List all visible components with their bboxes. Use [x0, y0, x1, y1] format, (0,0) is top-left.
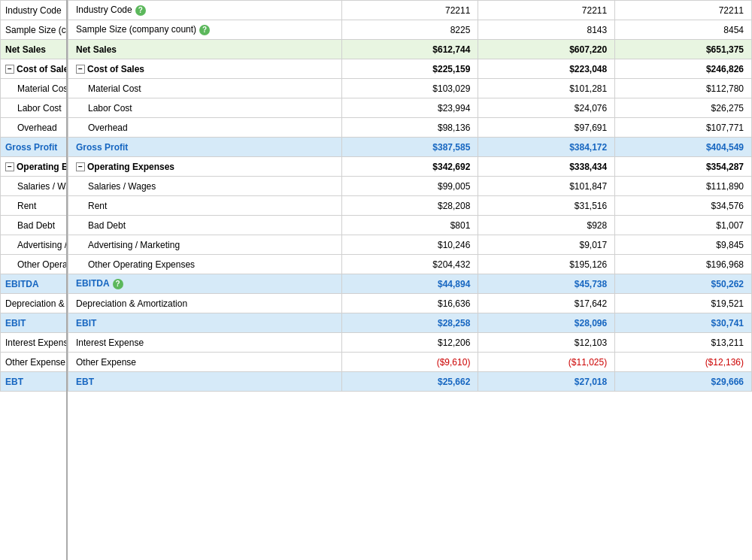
- row-label-text: EBT: [76, 377, 94, 387]
- row-label-salaries: Salaries / Wages: [68, 177, 342, 196]
- question-mark-icon[interactable]: ?: [135, 5, 146, 16]
- row-label-text: Advertising / Marketing: [88, 240, 180, 250]
- left-cell-advertising: Advertising / Marketing: [1, 235, 68, 255]
- left-cell-salaries: Salaries / Wages: [1, 177, 68, 196]
- value-cell-col2-ebit: $28,096: [478, 313, 615, 333]
- value-cell-col3-operating-expenses: $354,287: [615, 157, 752, 177]
- table-row: Labor Cost$23,994$24,076$26,275: [68, 98, 752, 118]
- left-table: Industry CodeSample Size (company count)…: [0, 0, 68, 392]
- table-row: Advertising / Marketing$10,246$9,017$9,8…: [68, 235, 752, 255]
- value-cell-col3-labor-cost: $26,275: [615, 98, 752, 118]
- row-label-labor-cost: Labor Cost: [68, 98, 342, 118]
- left-label: EBIT: [5, 318, 26, 328]
- value-cell-col1-dep-amort: $16,636: [341, 294, 478, 313]
- value-cell-col1-net-sales: $612,744: [341, 40, 478, 59]
- row-label-interest-expense: Interest Expense: [68, 333, 342, 353]
- row-label-text: Overhead: [88, 123, 128, 133]
- value-cell-col3-advertising: $9,845: [615, 235, 752, 255]
- row-label-text: Net Sales: [76, 44, 117, 55]
- value-cell-col3-industry-code: 72211: [615, 1, 752, 20]
- left-label: Rent: [17, 201, 36, 211]
- table-row: Overhead$98,136$97,691$107,771: [68, 118, 752, 138]
- table-row: Other Expense: [1, 353, 68, 372]
- value-cell-col1-other-expense: ($9,610): [341, 353, 478, 372]
- value-cell-col3-salaries: $111,890: [615, 177, 752, 196]
- value-cell-col3-other-operating: $196,968: [615, 255, 752, 274]
- table-row: EBT$25,662$27,018$29,666: [68, 372, 752, 392]
- row-label-net-sales: Net Sales: [68, 40, 342, 59]
- table-row: EBITDA?$44,894$45,738$50,262: [68, 274, 752, 294]
- value-cell-col2-ebitda: $45,738: [478, 274, 615, 294]
- table-row: EBIT: [1, 313, 68, 333]
- row-label-overhead: Overhead: [68, 118, 342, 138]
- left-cell-overhead: Overhead: [1, 118, 68, 138]
- table-row: Depreciation & Amortization$16,636$17,64…: [68, 294, 752, 313]
- left-label: Interest Expense: [5, 338, 68, 348]
- table-row: Salaries / Wages$99,005$101,847$111,890: [68, 177, 752, 196]
- value-cell-col2-other-expense: ($11,025): [478, 353, 615, 372]
- value-cell-col3-rent: $34,576: [615, 196, 752, 216]
- table-row: Other Operating Expenses$204,432$195,126…: [68, 255, 752, 274]
- left-cell-other-operating: Other Operating Expenses: [1, 255, 68, 274]
- row-label-text: Other Expense: [76, 357, 136, 368]
- main-wrapper: Industry CodeSample Size (company count)…: [0, 0, 752, 560]
- left-cell-operating-expenses: −Operating Expenses: [1, 157, 68, 177]
- left-cell-other-expense: Other Expense: [1, 353, 68, 372]
- table-row: Rent: [1, 196, 68, 216]
- value-cell-col2-industry-code: 72211: [478, 1, 615, 20]
- table-row: Sample Size (company count): [1, 20, 68, 40]
- table-row: Gross Profit: [1, 138, 68, 157]
- table-row: Rent$28,208$31,516$34,576: [68, 196, 752, 216]
- value-cell-col1-operating-expenses: $342,692: [341, 157, 478, 177]
- collapse-icon[interactable]: −: [5, 162, 14, 171]
- collapse-icon-right[interactable]: −: [76, 65, 85, 74]
- value-cell-col1-ebit: $28,258: [341, 313, 478, 333]
- value-cell-col3-interest-expense: $13,211: [615, 333, 752, 353]
- left-cell-dep-amort: Depreciation & Amortization: [1, 294, 68, 313]
- left-cell-cost-of-sales: −Cost of Sales: [1, 59, 68, 79]
- value-cell-col3-bad-debt: $1,007: [615, 216, 752, 235]
- left-label: Other Operating Expenses: [17, 259, 68, 270]
- row-label-ebt: EBT: [68, 372, 342, 392]
- table-row: Bad Debt$801$928$1,007: [68, 216, 752, 235]
- row-label-other-operating: Other Operating Expenses: [68, 255, 342, 274]
- value-cell-col3-overhead: $107,771: [615, 118, 752, 138]
- right-table: Industry Code?722117221172211Sample Size…: [68, 0, 752, 392]
- table-row: −Operating Expenses: [1, 157, 68, 177]
- row-label-text: Other Operating Expenses: [88, 259, 195, 270]
- table-row: Net Sales$612,744$607,220$651,375: [68, 40, 752, 59]
- left-label: Sample Size (company count): [5, 25, 68, 35]
- left-label: EBITDA: [5, 279, 39, 289]
- row-label-material-cost: Material Cost: [68, 79, 342, 98]
- left-label: Labor Cost: [17, 103, 62, 114]
- collapse-icon[interactable]: −: [5, 65, 14, 74]
- value-cell-col1-ebitda: $44,894: [341, 274, 478, 294]
- value-cell-col1-salaries: $99,005: [341, 177, 478, 196]
- value-cell-col3-gross-profit: $404,549: [615, 138, 752, 157]
- table-row: EBIT$28,258$28,096$30,741: [68, 313, 752, 333]
- left-cell-gross-profit: Gross Profit: [1, 138, 68, 157]
- value-cell-col3-other-expense: ($12,136): [615, 353, 752, 372]
- left-label: Advertising / Marketing: [17, 240, 68, 250]
- row-label-cost-of-sales: −Cost of Sales: [68, 59, 342, 79]
- right-scroll-col[interactable]: Industry Code?722117221172211Sample Size…: [68, 0, 752, 560]
- left-frozen-col: Industry CodeSample Size (company count)…: [0, 0, 68, 560]
- question-mark-icon[interactable]: ?: [199, 25, 210, 35]
- table-row: EBT: [1, 372, 68, 392]
- row-label-ebitda: EBITDA?: [68, 274, 342, 294]
- table-row: Overhead: [1, 118, 68, 138]
- table-row: Interest Expense$12,206$12,103$13,211: [68, 333, 752, 353]
- question-mark-icon[interactable]: ?: [113, 279, 123, 289]
- left-label: Industry Code: [5, 5, 62, 16]
- value-cell-col3-cost-of-sales: $246,826: [615, 59, 752, 79]
- row-label-advertising: Advertising / Marketing: [68, 235, 342, 255]
- table-row: Other Expense($9,610)($11,025)($12,136): [68, 353, 752, 372]
- value-cell-col3-ebit: $30,741: [615, 313, 752, 333]
- row-label-text: Gross Profit: [76, 142, 128, 153]
- value-cell-col1-industry-code: 72211: [341, 1, 478, 20]
- row-label-other-expense: Other Expense: [68, 353, 342, 372]
- value-cell-col2-rent: $31,516: [478, 196, 615, 216]
- collapse-icon-right[interactable]: −: [76, 162, 85, 171]
- row-label-bad-debt: Bad Debt: [68, 216, 342, 235]
- table-row: Advertising / Marketing: [1, 235, 68, 255]
